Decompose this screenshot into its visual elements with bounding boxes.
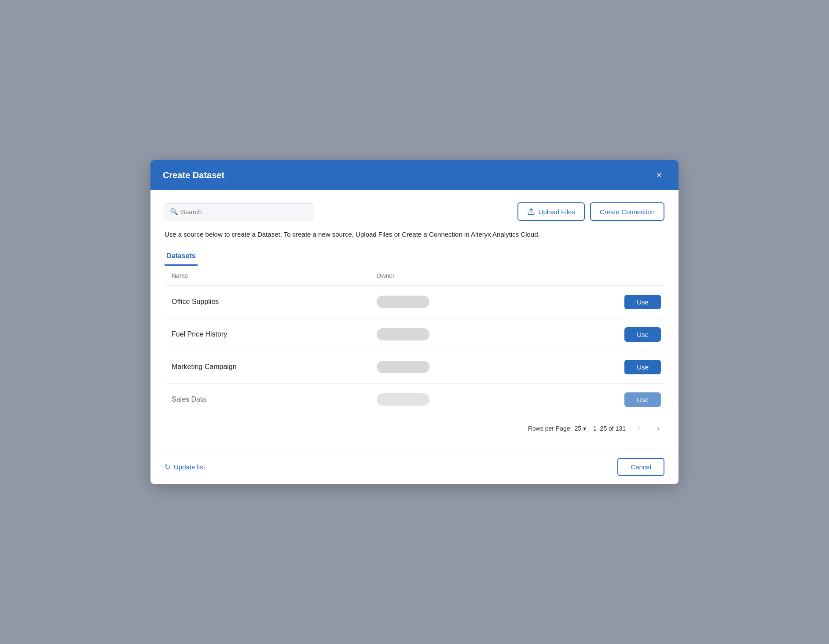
rows-per-page-value: 25 [574,425,581,432]
dataset-name: Office Supplies [172,298,219,305]
refresh-icon: ↻ [165,463,170,471]
update-list-button[interactable]: ↻ Update list [165,463,205,471]
modal-body: 🔍 Upload Files Create Connection [150,190,679,450]
rows-per-page-label: Rows per Page: [528,425,572,432]
modal-title: Create Dataset [163,170,224,180]
dataset-owner-cell [370,351,543,383]
pagination-bar: Rows per Page: 25 ▾ 1–25 of 131 ‹ › [165,416,664,437]
table-row: Sales DataUse [165,383,664,416]
chevron-down-icon: ▾ [583,425,586,432]
dataset-name: Marketing Campaign [172,363,237,370]
dataset-action-cell: Use [543,351,664,383]
use-dataset-button[interactable]: Use [624,295,661,309]
dataset-name-cell: Sales Data [165,383,370,416]
upload-files-button[interactable]: Upload Files [517,202,585,221]
tab-datasets[interactable]: Datasets [165,248,198,266]
dataset-action-cell: Use [543,285,664,318]
dataset-owner-cell [370,383,543,416]
datasets-table: Name Owner Office SuppliesUseFuel Price … [165,266,664,416]
table-row: Office SuppliesUse [165,285,664,318]
modal-close-button[interactable]: × [652,168,666,182]
table-head: Name Owner [165,266,664,286]
dataset-action-cell: Use [543,318,664,351]
toolbar: 🔍 Upload Files Create Connection [165,202,664,221]
owner-placeholder [377,393,429,406]
dataset-name-cell: Office Supplies [165,285,370,318]
upload-files-label: Upload Files [539,208,575,216]
dataset-name: Fuel Price History [172,330,227,338]
modal-backdrop: Create Dataset × 🔍 U [0,0,829,644]
create-connection-label: Create Connection [600,208,655,216]
create-connection-button[interactable]: Create Connection [590,202,664,221]
table-row: Marketing CampaignUse [165,351,664,383]
page-range: 1–25 of 131 [593,425,626,432]
owner-placeholder [377,361,429,373]
use-dataset-button[interactable]: Use [624,392,661,407]
next-page-button[interactable]: › [652,422,664,435]
modal-header: Create Dataset × [150,160,679,190]
dataset-name: Sales Data [172,395,206,403]
dataset-owner-cell [370,318,543,351]
search-icon: 🔍 [170,208,178,216]
upload-icon [527,208,535,216]
search-wrapper: 🔍 [165,203,314,220]
modal-footer: ↻ Update list Cancel [150,450,679,484]
rows-per-page: Rows per Page: 25 ▾ [528,425,586,432]
owner-placeholder [377,296,429,308]
col-header-name: Name [165,266,370,286]
update-list-label: Update list [174,463,205,471]
dataset-owner-cell [370,285,543,318]
table-row: Fuel Price HistoryUse [165,318,664,351]
cancel-button[interactable]: Cancel [617,458,664,476]
description-text: Use a source below to create a Dataset. … [165,230,664,240]
use-dataset-button[interactable]: Use [624,327,661,342]
prev-page-button[interactable]: ‹ [633,422,645,435]
search-input[interactable] [165,203,314,220]
datasets-table-container: Name Owner Office SuppliesUseFuel Price … [165,266,664,416]
use-dataset-button[interactable]: Use [624,360,661,374]
owner-placeholder [377,328,429,340]
rows-per-page-select[interactable]: 25 ▾ [574,425,586,432]
dataset-action-cell: Use [543,383,664,416]
tabs: Datasets [165,248,664,266]
create-dataset-modal: Create Dataset × 🔍 U [150,160,679,484]
col-header-owner: Owner [370,266,543,286]
table-body: Office SuppliesUseFuel Price HistoryUseM… [165,285,664,416]
toolbar-actions: Upload Files Create Connection [517,202,664,221]
dataset-name-cell: Marketing Campaign [165,351,370,383]
dataset-name-cell: Fuel Price History [165,318,370,351]
